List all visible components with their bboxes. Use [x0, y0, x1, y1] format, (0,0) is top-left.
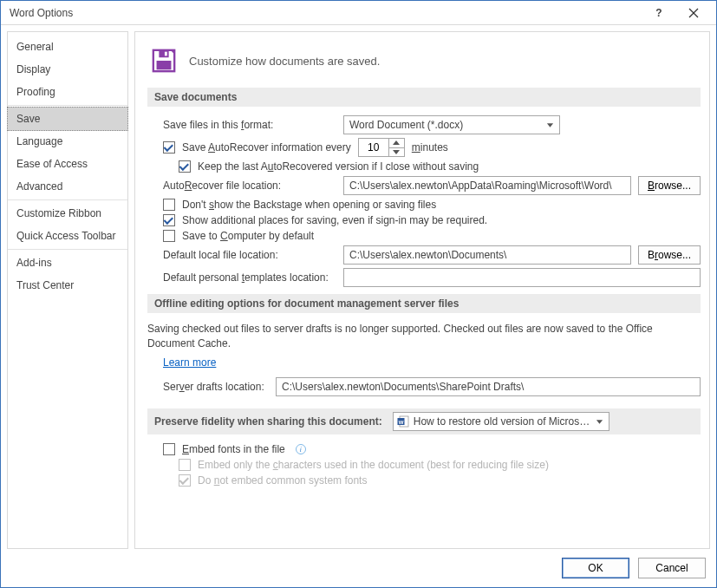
- autorecover-checkbox[interactable]: [163, 141, 175, 154]
- save-format-label: Save files in this format:: [163, 119, 336, 131]
- server-drafts-input[interactable]: [276, 377, 701, 396]
- default-location-label: Default local file location:: [163, 249, 336, 261]
- templates-location-label: Default personal templates location:: [163, 271, 336, 284]
- ok-button[interactable]: OK: [562, 558, 629, 578]
- sidebar-separator: [8, 105, 127, 106]
- sidebar-separator: [8, 199, 127, 200]
- templates-location-input[interactable]: [343, 268, 701, 287]
- spinner-up[interactable]: [389, 139, 404, 147]
- sidebar-item-advanced[interactable]: Advanced: [8, 175, 127, 198]
- save-format-select[interactable]: Word Document (*.docx): [343, 115, 560, 134]
- server-drafts-label: Server drafts location:: [163, 381, 269, 393]
- main-panel: Customize how documents are saved. Save …: [134, 31, 710, 549]
- svg-rect-5: [159, 50, 168, 57]
- sidebar-item-save[interactable]: Save: [7, 107, 128, 131]
- svg-marker-8: [547, 123, 553, 127]
- preserve-document-select[interactable]: W How to restore old version of Microso.…: [393, 412, 609, 431]
- sidebar-item-add-ins[interactable]: Add-ins: [8, 252, 127, 274]
- save-icon: [151, 48, 177, 74]
- page-subtitle: Customize how documents are saved.: [189, 55, 380, 68]
- embed-chars-label: Embed only the characters used in the do…: [198, 459, 549, 471]
- section-save-documents: Save documents: [147, 88, 701, 107]
- help-button[interactable]: ?: [642, 2, 676, 24]
- autorecover-interval-spinner[interactable]: [358, 138, 405, 157]
- default-location-input[interactable]: [343, 245, 631, 265]
- autorecover-browse-button[interactable]: Browse...: [638, 176, 701, 195]
- sidebar-item-trust-center[interactable]: Trust Center: [8, 274, 127, 297]
- autorecover-unit: minutes: [412, 141, 448, 154]
- embed-fonts-label: Embed fonts in the file: [182, 443, 285, 455]
- section-offline-editing: Offline editing options for document man…: [147, 294, 701, 313]
- sidebar-item-quick-access-toolbar[interactable]: Quick Access Toolbar: [8, 225, 127, 247]
- autorecover-label: Save AutoRecover information every: [182, 141, 351, 154]
- sidebar: GeneralDisplayProofingSaveLanguageEase o…: [7, 31, 128, 549]
- autorecover-location-input[interactable]: [343, 176, 631, 195]
- chevron-down-icon: [596, 417, 603, 425]
- spinner-down[interactable]: [389, 147, 404, 157]
- svg-rect-7: [157, 61, 172, 69]
- title-bar: Word Options ?: [1, 1, 716, 25]
- no-common-fonts-label: Do not embed common system fonts: [198, 474, 367, 487]
- svg-marker-14: [596, 420, 603, 424]
- chevron-down-icon: [546, 121, 554, 129]
- embed-fonts-checkbox[interactable]: [163, 443, 175, 455]
- svg-marker-10: [393, 150, 400, 154]
- svg-text:?: ?: [655, 8, 662, 18]
- save-to-computer-checkbox[interactable]: [163, 230, 175, 242]
- default-location-browse-button[interactable]: Browse...: [638, 245, 701, 265]
- svg-marker-9: [393, 140, 400, 145]
- svg-text:W: W: [398, 419, 403, 424]
- autorecover-interval-input[interactable]: [359, 139, 388, 156]
- keep-last-checkbox[interactable]: [179, 160, 191, 173]
- sidebar-item-proofing[interactable]: Proofing: [8, 81, 127, 103]
- sidebar-item-general[interactable]: General: [8, 36, 127, 58]
- info-icon[interactable]: i: [296, 444, 306, 454]
- no-backstage-label: Don't show the Backstage when opening or…: [182, 199, 436, 211]
- sidebar-item-language[interactable]: Language: [8, 130, 127, 153]
- embed-chars-checkbox: [179, 459, 191, 471]
- save-to-computer-label: Save to Computer by default: [182, 230, 314, 242]
- sidebar-item-display[interactable]: Display: [8, 58, 127, 81]
- offline-body-text: Saving checked out files to server draft…: [147, 322, 701, 351]
- section-preserve-fidelity: Preserve fidelity when sharing this docu…: [147, 408, 701, 434]
- keep-last-label: Keep the last AutoRecovered version if I…: [198, 160, 479, 173]
- dialog-footer: OK Cancel: [1, 549, 716, 587]
- show-additional-label: Show additional places for saving, even …: [182, 214, 487, 226]
- show-additional-checkbox[interactable]: [163, 214, 175, 226]
- sidebar-item-ease-of-access[interactable]: Ease of Access: [8, 153, 127, 175]
- cancel-button[interactable]: Cancel: [638, 558, 706, 578]
- svg-marker-4: [171, 50, 175, 55]
- window-title: Word Options: [10, 7, 642, 19]
- no-backstage-checkbox[interactable]: [163, 199, 175, 211]
- sidebar-separator: [8, 249, 127, 250]
- no-common-fonts-checkbox: [179, 474, 191, 487]
- svg-rect-6: [165, 52, 167, 56]
- close-button[interactable]: [676, 2, 711, 24]
- word-doc-icon: W: [397, 415, 409, 428]
- sidebar-item-customize-ribbon[interactable]: Customize Ribbon: [8, 202, 127, 225]
- autorecover-location-label: AutoRecover file location:: [163, 180, 336, 192]
- learn-more-link[interactable]: Learn more: [163, 356, 216, 369]
